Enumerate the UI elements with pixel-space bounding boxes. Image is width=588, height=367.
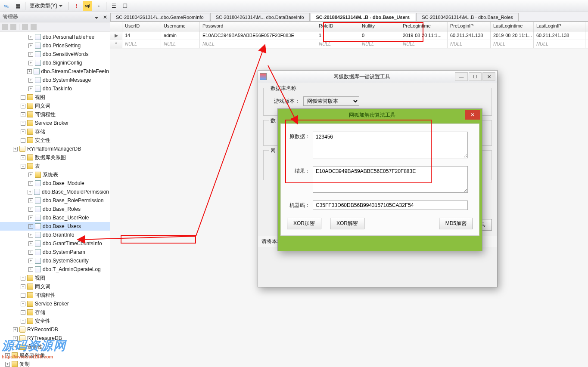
tree-node[interactable]: +安全性	[0, 136, 110, 145]
row-header[interactable]: *	[110, 40, 122, 48]
cell[interactable]: 60.211.241.138	[448, 31, 491, 40]
expand-icon[interactable]: +	[21, 293, 25, 298]
tb-window-icon[interactable]: ❐	[120, 1, 130, 11]
expand-icon[interactable]: +	[21, 130, 25, 134]
mini-icon-2[interactable]	[10, 24, 16, 30]
cell[interactable]: NULL	[200, 40, 316, 48]
tb-sql2-icon[interactable]: sql	[83, 1, 92, 11]
tree-node[interactable]: +安全性	[0, 317, 110, 325]
expand-icon[interactable]: +	[21, 104, 25, 108]
expand-icon[interactable]: +	[21, 319, 25, 324]
expand-icon[interactable]: +	[21, 95, 25, 100]
tree-node[interactable]: +Service Broker	[0, 299, 110, 308]
cell[interactable]: NULL	[122, 40, 161, 48]
table-row[interactable]: *NULLNULLNULLNULLNULLNULLNULLNULLNULL	[110, 40, 588, 49]
tree-node[interactable]: +dbo.Base_ModulePermission	[0, 188, 110, 196]
expand-icon[interactable]: +	[21, 112, 25, 117]
cell[interactable]: 2019-08-20 11:1...	[491, 31, 534, 40]
game-version-select[interactable]: 网狐荣誉版本	[303, 96, 359, 106]
tree-node[interactable]: +dbo.StreamCreateTableFeeIn	[0, 67, 110, 76]
expand-icon[interactable]: +	[21, 155, 25, 160]
col-nullity[interactable]: Nullity	[359, 22, 400, 31]
tree-node[interactable]: +系统表	[0, 170, 110, 179]
tree-node[interactable]: +dbo.SystemParam	[0, 248, 110, 256]
xor-decrypt-button[interactable]: XOR解密	[330, 218, 364, 229]
expand-icon[interactable]: −	[21, 164, 25, 169]
row-header[interactable]: ▶	[110, 31, 122, 40]
tree-node[interactable]: +存储	[0, 308, 110, 317]
cell[interactable]: NULL	[448, 40, 491, 48]
cell[interactable]: NULL	[359, 40, 400, 48]
cell[interactable]: 2019-08-20 11:1...	[400, 31, 448, 40]
document-tab[interactable]: SC-201804261314\M...B - dbo.Base_Users	[311, 13, 416, 21]
minimize-button[interactable]: —	[455, 72, 468, 81]
pin-icon[interactable]	[95, 17, 98, 19]
cell[interactable]: 14	[122, 31, 161, 40]
cell[interactable]: admin	[161, 31, 200, 40]
tree-node[interactable]: +同义词	[0, 102, 110, 110]
close-button[interactable]: ✕	[482, 72, 495, 81]
tb-sql-icon[interactable]: sʟ	[2, 1, 11, 11]
result-input[interactable]	[313, 166, 468, 193]
expand-icon[interactable]: +	[28, 173, 33, 177]
change-type-dropdown[interactable]: 更改类型(Y)	[28, 2, 66, 9]
expand-icon[interactable]: +	[28, 181, 33, 186]
expand-icon[interactable]: +	[28, 86, 33, 91]
tree-node[interactable]: +可编程性	[0, 291, 110, 299]
crypto-close-button[interactable]: ✕	[465, 110, 480, 120]
tree-node[interactable]: +dbo.SystemSecurity	[0, 256, 110, 265]
tree-node[interactable]: +dbo.SigninConfig	[0, 59, 110, 67]
expand-icon[interactable]: +	[28, 190, 32, 194]
expand-icon[interactable]: +	[5, 362, 10, 367]
cell[interactable]: E10ADC3949BA59ABBE56E057F20F883E	[200, 31, 316, 40]
tb-info-icon[interactable]: !	[72, 1, 81, 11]
machine-code-input[interactable]	[313, 200, 468, 210]
tb-grid-icon[interactable]: ▦	[13, 1, 22, 11]
document-tab[interactable]: SC-201804261314\...dbo.GameRoomInfo	[110, 13, 209, 21]
expand-icon[interactable]: +	[28, 35, 33, 40]
xor-encrypt-button[interactable]: XOR加密	[287, 218, 321, 229]
cell[interactable]: NULL	[491, 40, 534, 48]
col-prelogintime[interactable]: PreLogintime	[400, 22, 448, 31]
tree-node[interactable]: −表	[0, 162, 110, 170]
tree-node[interactable]: +dbo.PersonalTableFee	[0, 33, 110, 41]
tree-node[interactable]: +dbo.Base_UserRole	[0, 213, 110, 222]
expand-icon[interactable]: +	[28, 207, 33, 212]
mini-icon-1[interactable]	[2, 24, 8, 30]
cell[interactable]: NULL	[534, 40, 585, 48]
col-password[interactable]: Password	[200, 22, 316, 31]
col-preloginip[interactable]: PreLoginIP	[448, 22, 491, 31]
document-tab[interactable]: SC-201804261314\M...B - dbo.Base_Roles	[416, 13, 519, 21]
expand-icon[interactable]: +	[28, 250, 33, 255]
tree-node[interactable]: +dbo.Base_RolePermission	[0, 196, 110, 205]
db-setup-titlebar[interactable]: 网狐数据库一键设置工具 — ☐ ✕	[258, 71, 497, 83]
expand-icon[interactable]: +	[28, 224, 33, 229]
expand-icon[interactable]: +	[28, 52, 33, 57]
tb-doc-icon[interactable]: ▫	[94, 1, 103, 11]
table-row[interactable]: ▶14adminE10ADC3949BA59ABBE56E057F20F883E…	[110, 31, 588, 40]
tree-node[interactable]: +dbo.Base_Module	[0, 179, 110, 188]
tree-node[interactable]: +数据库关系图	[0, 153, 110, 162]
expand-icon[interactable]: +	[21, 121, 25, 126]
cell[interactable]: NULL	[400, 40, 448, 48]
col-lastloginip[interactable]: LastLoginIP	[534, 22, 585, 31]
tb-list-icon[interactable]: ☰	[109, 1, 118, 11]
tree-node[interactable]: +存储	[0, 127, 110, 136]
expand-icon[interactable]: +	[21, 276, 25, 281]
expand-icon[interactable]: +	[28, 267, 33, 272]
expand-icon[interactable]: +	[28, 259, 33, 263]
close-icon[interactable]: ✕	[103, 14, 107, 20]
tree-node[interactable]: +视图	[0, 274, 110, 282]
data-grid[interactable]: UserID Username Password RoleID Nullity …	[110, 22, 588, 49]
tree-node[interactable]: +视图	[0, 93, 110, 102]
cell[interactable]: NULL	[161, 40, 200, 48]
col-userid[interactable]: UserID	[122, 22, 161, 31]
tree-node[interactable]: +dbo.GrantInfo	[0, 231, 110, 239]
col-lastlogintime[interactable]: LastLogintime	[491, 22, 534, 31]
tree-node[interactable]: +dbo.SensitiveWords	[0, 50, 110, 59]
tree-node[interactable]: +同义词	[0, 282, 110, 291]
tree-node[interactable]: +复制	[0, 360, 110, 367]
expand-icon[interactable]: +	[21, 302, 25, 306]
col-username[interactable]: Username	[161, 22, 200, 31]
tree-view[interactable]: +dbo.PersonalTableFee+dbo.PriceSetting+d…	[0, 32, 110, 367]
